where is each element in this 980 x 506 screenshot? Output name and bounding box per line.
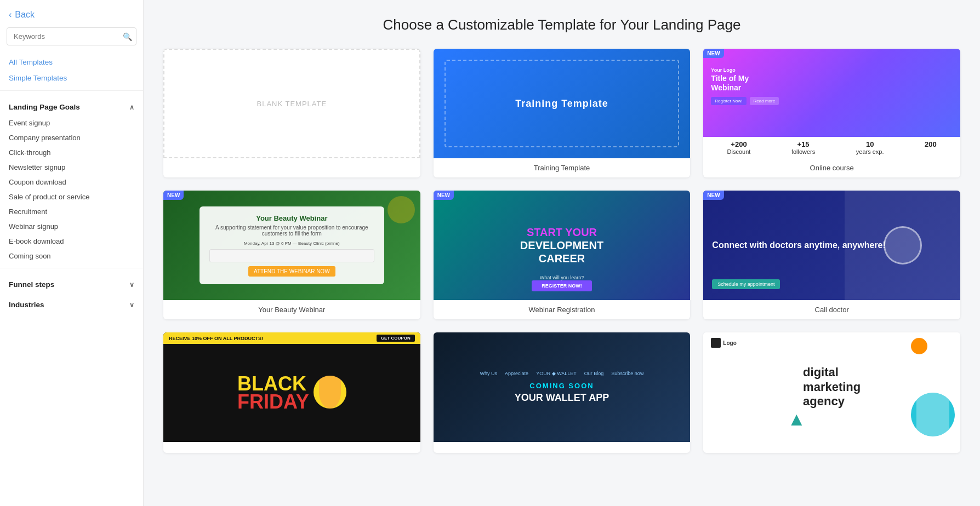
template-thumb-call-doctor: NEW Connect with doctors anytime, anywhe… — [703, 191, 960, 300]
template-label-webinar-registration: Webinar Registration — [434, 300, 691, 319]
training-thumb-inner: Training Template — [434, 49, 691, 158]
blank-thumb-inner: BLANK TEMPLATE — [163, 49, 420, 158]
search-button[interactable]: 🔍 — [123, 32, 132, 41]
devcareer-thumb-inner: NEW START YOURDEVELOPMENTCAREER REGISTER… — [434, 191, 691, 300]
blackfriday-circle-inner — [319, 376, 341, 409]
sidebar-item-newsletter-signup[interactable]: Newsletter signup — [0, 160, 143, 175]
funnel-steps-chevron-icon: ∨ — [129, 281, 134, 289]
landing-page-goals-label: Landing Page Goals — [9, 103, 80, 111]
devcareer-sub: What will you learn? — [434, 275, 691, 280]
new-badge-beauty-webinar: NEW — [163, 191, 184, 200]
blackfriday-thumb-inner: RECEIVE 10% OFF ON ALL PRODUCTS! GET COU… — [163, 332, 420, 442]
funnel-steps-header[interactable]: Funnel steps ∨ — [0, 273, 143, 293]
new-badge-webinar-reg: NEW — [434, 191, 454, 200]
blackfriday-offer-text: RECEIVE 10% OFF ON ALL PRODUCTS! — [169, 336, 263, 341]
wallet-nav-5: Subscribe now — [611, 371, 643, 376]
blackfriday-title-text: BLACK Friday — [237, 375, 309, 411]
sidebar-item-event-signup[interactable]: Event signup — [0, 116, 143, 130]
agency-person-silhouette — [916, 393, 949, 436]
template-card-online-course[interactable]: NEW Your Logo Title of MyWebinar Registe… — [703, 49, 960, 177]
agency-circle-decor — [911, 393, 955, 436]
blackfriday-coupon-btn[interactable]: GET COUPON — [377, 335, 415, 342]
wallet-nav-4: Our Blog — [584, 371, 604, 376]
calldoctor-cta-button[interactable]: Schedule my appointment — [712, 279, 780, 289]
sidebar-item-recruitment[interactable]: Recruitment — [0, 204, 143, 219]
sidebar-item-sale-of-product[interactable]: Sale of product or service — [0, 189, 143, 204]
calldoctor-avatar — [884, 226, 922, 264]
industries-chevron-icon: ∨ — [129, 301, 134, 309]
sidebar: ‹ Back 🔍 All Templates Simple Templates … — [0, 0, 144, 506]
wallet-coming-soon: COMING SOON — [529, 382, 594, 390]
search-container: 🔍 — [7, 27, 136, 45]
devcareer-register-btn[interactable]: REGISTER NOW! — [532, 280, 592, 291]
online-course-logo: Your Logo — [711, 67, 735, 73]
calldoctor-image-area — [845, 191, 960, 300]
blackfriday-titles: BLACK Friday — [237, 375, 346, 411]
sidebar-item-simple-templates[interactable]: Simple Templates — [0, 70, 143, 86]
sidebar-divider-2 — [0, 268, 143, 268]
blank-label: BLANK TEMPLATE — [257, 100, 327, 108]
main-content: Choose a Customizable Template for Your … — [144, 0, 980, 506]
new-badge-online-course: NEW — [703, 49, 723, 58]
calldoctor-thumb-inner: NEW Connect with doctors anytime, anywhe… — [703, 191, 960, 300]
sidebar-item-coupon-download[interactable]: Coupon download — [0, 175, 143, 189]
template-label-blank — [163, 158, 420, 169]
template-label-digital-agency — [703, 442, 960, 453]
wallet-nav: Why Us Appreciate YOUR ◆ WALLET Our Blog… — [480, 371, 644, 376]
online-stat-4: 200 — [925, 140, 937, 155]
sidebar-item-company-presentation[interactable]: Company presentation — [0, 130, 143, 145]
online-thumb-inner: NEW Your Logo Title of MyWebinar Registe… — [703, 49, 960, 158]
beauty-webinar-title: Your Beauty Webinar — [209, 214, 374, 222]
sidebar-item-click-through[interactable]: Click-through — [0, 145, 143, 160]
beauty-webinar-decor — [388, 196, 415, 223]
sidebar-item-all-templates[interactable]: All Templates — [0, 54, 143, 70]
landing-page-goals-chevron-icon: ∧ — [129, 104, 134, 111]
agency-text-content: digitalmarketingagency — [803, 365, 861, 409]
template-card-call-doctor[interactable]: NEW Connect with doctors anytime, anywhe… — [703, 191, 960, 319]
sidebar-item-ebook-download[interactable]: E-book download — [0, 234, 143, 249]
sidebar-divider-1 — [0, 90, 143, 91]
template-label-training: Training Template — [434, 158, 691, 177]
wallet-thumb-inner: Why Us Appreciate YOUR ◆ WALLET Our Blog… — [434, 332, 691, 442]
template-card-beauty-webinar[interactable]: NEW Your Beauty Webinar A supporting sta… — [163, 191, 420, 319]
template-label-beauty-webinar: Your Beauty Webinar — [163, 300, 420, 319]
landing-page-goals-header[interactable]: Landing Page Goals ∧ — [0, 95, 143, 116]
template-card-blank[interactable]: BLANK TEMPLATE — [163, 49, 420, 177]
template-card-webinar-registration[interactable]: NEW START YOURDEVELOPMENTCAREER REGISTER… — [434, 191, 691, 319]
webinar-thumb-inner: NEW Your Beauty Webinar A supporting sta… — [163, 191, 420, 300]
template-card-training[interactable]: Training Template Training Template — [434, 49, 691, 177]
agency-logo-text: Logo — [723, 340, 736, 346]
template-thumb-digital-agency: Logo digitalmarketingagency — [703, 332, 960, 442]
template-card-digital-agency[interactable]: Logo digitalmarketingagency — [703, 332, 960, 453]
beauty-webinar-subtitle: A supporting statement for your value pr… — [209, 225, 374, 237]
blackfriday-line2: Friday — [237, 390, 309, 413]
industries-header[interactable]: Industries ∨ — [0, 293, 143, 313]
template-thumb-webinar-registration: NEW START YOURDEVELOPMENTCAREER REGISTER… — [434, 191, 691, 300]
wallet-app-name: YOUR WALLET APP — [515, 392, 609, 404]
online-stat-1: +200Discount — [727, 140, 751, 155]
new-badge-call-doctor: NEW — [703, 191, 723, 200]
online-course-stats: +200Discount +15followers 10years exp. 2… — [703, 137, 960, 158]
beauty-webinar-cta-button[interactable]: ATTEND THE WEBINAR NOW — [248, 266, 335, 277]
back-button[interactable]: ‹ Back — [0, 0, 143, 27]
agency-logo-area: Logo — [711, 338, 736, 348]
online-course-more-btn[interactable]: Read more — [750, 97, 779, 105]
page-title: Choose a Customizable Template for Your … — [163, 16, 960, 33]
sidebar-item-webinar-signup[interactable]: Webinar signup — [0, 219, 143, 234]
online-course-register-btn[interactable]: Register Now! — [711, 97, 746, 105]
template-thumb-beauty-webinar: NEW Your Beauty Webinar A supporting sta… — [163, 191, 420, 300]
search-input[interactable] — [7, 27, 136, 45]
template-card-wallet-app[interactable]: Why Us Appreciate YOUR ◆ WALLET Our Blog… — [434, 332, 691, 453]
back-label: Back — [15, 10, 35, 20]
funnel-steps-label: Funnel steps — [9, 280, 54, 289]
sidebar-item-coming-soon[interactable]: Coming soon — [0, 249, 143, 263]
template-label-call-doctor: Call doctor — [703, 300, 960, 319]
back-arrow-icon: ‹ — [9, 10, 12, 20]
template-thumb-blank: BLANK TEMPLATE — [163, 49, 420, 158]
devcareer-text-content: START YOURDEVELOPMENTCAREER — [520, 226, 603, 265]
industries-label: Industries — [9, 301, 44, 309]
wallet-nav-3: YOUR ◆ WALLET — [536, 371, 577, 376]
template-label-wallet-app — [434, 442, 691, 453]
template-card-black-friday[interactable]: RECEIVE 10% OFF ON ALL PRODUCTS! GET COU… — [163, 332, 420, 453]
training-label: Training Template — [515, 98, 608, 110]
